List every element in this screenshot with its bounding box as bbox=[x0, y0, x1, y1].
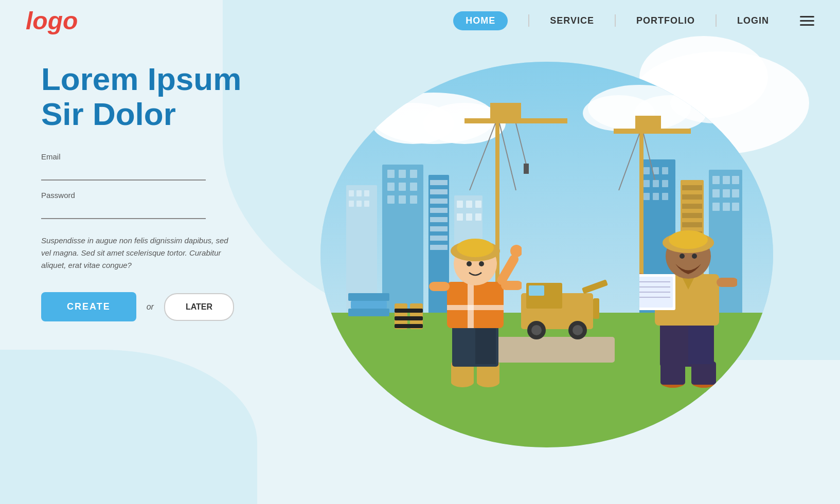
nav-service[interactable]: SERVICE bbox=[550, 15, 594, 26]
svg-rect-79 bbox=[348, 309, 389, 316]
header: logo HOME SERVICE PORTFOLIO LOGIN bbox=[0, 0, 840, 41]
svg-line-77 bbox=[619, 134, 639, 190]
svg-rect-80 bbox=[351, 301, 387, 309]
svg-line-78 bbox=[644, 134, 655, 180]
svg-rect-122 bbox=[688, 320, 713, 364]
svg-rect-86 bbox=[395, 324, 423, 328]
svg-point-135 bbox=[669, 230, 708, 249]
right-panel bbox=[295, 31, 809, 468]
svg-rect-84 bbox=[395, 309, 423, 313]
hero-title: Lorem Ipsum Sir Dolor bbox=[41, 62, 273, 132]
logo: logo bbox=[26, 7, 78, 35]
svg-rect-73 bbox=[524, 164, 529, 174]
svg-line-72 bbox=[516, 123, 526, 165]
button-row: CREATE or LATER bbox=[41, 292, 273, 321]
nav-divider-2 bbox=[615, 14, 616, 27]
svg-rect-107 bbox=[429, 282, 450, 291]
password-form-group: Password bbox=[41, 191, 273, 219]
hamburger-menu[interactable] bbox=[800, 16, 814, 26]
email-label: Email bbox=[41, 152, 273, 161]
svg-rect-69 bbox=[490, 103, 521, 121]
svg-rect-102 bbox=[475, 323, 496, 364]
later-button[interactable]: LATER bbox=[164, 293, 234, 321]
truck-svg bbox=[511, 273, 614, 339]
password-label: Password bbox=[41, 191, 273, 200]
email-input[interactable] bbox=[41, 164, 206, 181]
svg-point-93 bbox=[573, 325, 583, 335]
nav-divider-1 bbox=[528, 14, 529, 27]
svg-point-114 bbox=[467, 261, 472, 266]
bg-blob-bottom bbox=[0, 350, 257, 504]
or-label: or bbox=[147, 302, 154, 312]
form-description: Suspendisse in augue non felis dignissim… bbox=[41, 235, 237, 272]
svg-point-136 bbox=[680, 254, 685, 259]
svg-point-115 bbox=[479, 261, 484, 266]
svg-rect-132 bbox=[717, 278, 737, 287]
svg-rect-94 bbox=[582, 279, 608, 294]
svg-point-113 bbox=[457, 239, 494, 257]
svg-line-70 bbox=[470, 123, 495, 190]
svg-rect-121 bbox=[660, 320, 685, 364]
nav-divider-3 bbox=[716, 14, 717, 27]
email-form-group: Email bbox=[41, 152, 273, 181]
left-panel: Lorem Ipsum Sir Dolor Email Password Sus… bbox=[41, 62, 273, 321]
worker-left-svg bbox=[429, 225, 522, 390]
svg-rect-85 bbox=[395, 316, 423, 320]
svg-rect-76 bbox=[635, 116, 661, 131]
svg-rect-106 bbox=[447, 305, 504, 310]
create-button[interactable]: CREATE bbox=[41, 292, 136, 321]
svg-line-71 bbox=[499, 123, 516, 190]
engineer-right-svg bbox=[639, 220, 737, 390]
svg-point-91 bbox=[531, 325, 542, 335]
svg-rect-95 bbox=[593, 298, 599, 319]
nav-portfolio[interactable]: PORTFOLIO bbox=[636, 15, 695, 26]
svg-point-137 bbox=[692, 254, 697, 259]
svg-rect-101 bbox=[452, 323, 473, 364]
svg-rect-89 bbox=[529, 285, 544, 296]
scene-oval bbox=[320, 62, 773, 447]
nav: HOME SERVICE PORTFOLIO LOGIN bbox=[453, 11, 814, 30]
nav-login[interactable]: LOGIN bbox=[737, 15, 769, 26]
password-input[interactable] bbox=[41, 203, 206, 219]
nav-home[interactable]: HOME bbox=[453, 11, 508, 30]
svg-rect-81 bbox=[348, 293, 389, 301]
